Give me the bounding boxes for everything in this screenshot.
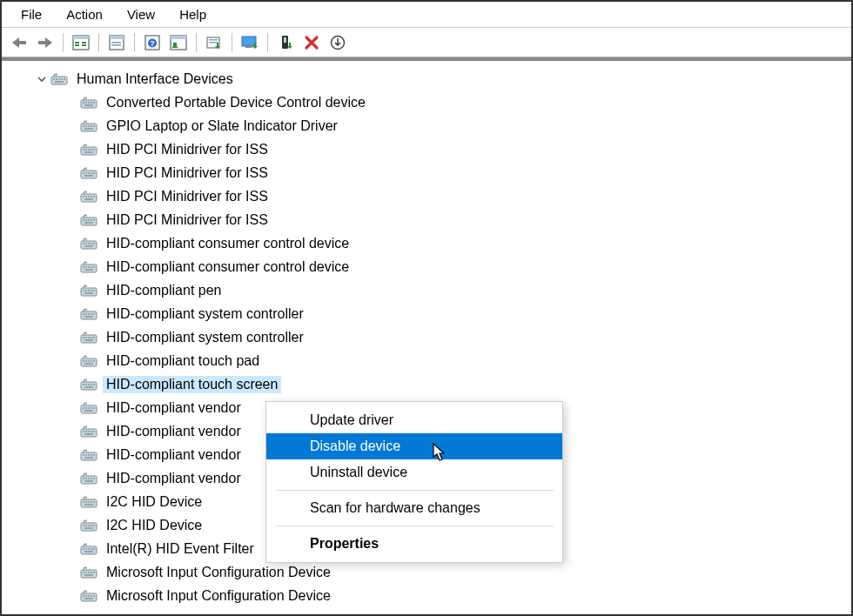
show-hide-tree-button[interactable] bbox=[69, 31, 93, 54]
device-icon bbox=[80, 566, 97, 579]
menu-action[interactable]: Action bbox=[54, 4, 115, 24]
device-icon bbox=[80, 401, 97, 415]
device-row[interactable]: HID-compliant pen bbox=[2, 278, 851, 302]
svg-rect-182 bbox=[88, 595, 90, 597]
device-row[interactable]: HID-compliant consumer control device bbox=[2, 255, 851, 278]
svg-rect-164 bbox=[84, 527, 93, 529]
svg-rect-0 bbox=[18, 41, 26, 44]
device-row[interactable]: HID PCI Minidriver for ISS bbox=[2, 137, 851, 161]
chevron-down-icon[interactable] bbox=[37, 74, 47, 84]
hid-category-icon bbox=[50, 72, 68, 86]
device-icon bbox=[80, 307, 97, 321]
svg-rect-171 bbox=[84, 551, 93, 552]
svg-rect-154 bbox=[88, 501, 90, 503]
svg-rect-86 bbox=[93, 266, 95, 268]
svg-rect-66 bbox=[84, 198, 93, 200]
device-row[interactable]: HID PCI Minidriver for ISS bbox=[2, 161, 851, 184]
svg-rect-46 bbox=[81, 147, 97, 155]
svg-rect-55 bbox=[85, 172, 87, 174]
svg-rect-68 bbox=[83, 219, 84, 221]
tree-category-row[interactable]: Human Interface Devices bbox=[2, 68, 851, 90]
svg-rect-37 bbox=[93, 102, 95, 104]
svg-rect-79 bbox=[93, 243, 95, 244]
device-icon bbox=[80, 237, 97, 251]
device-label: HID PCI Minidriver for ISS bbox=[103, 141, 272, 158]
svg-rect-167 bbox=[85, 548, 87, 550]
device-label: HID-compliant vendor bbox=[103, 423, 245, 440]
svg-rect-64 bbox=[91, 196, 92, 198]
svg-rect-145 bbox=[83, 478, 84, 479]
svg-rect-158 bbox=[81, 523, 97, 531]
context-menu-item[interactable]: Scan for hardware changes bbox=[266, 495, 562, 521]
svg-rect-142 bbox=[93, 454, 95, 456]
svg-rect-7 bbox=[82, 44, 86, 46]
svg-rect-6 bbox=[75, 44, 79, 46]
scan-hardware-button[interactable] bbox=[326, 31, 350, 54]
toolbar-separator bbox=[232, 33, 232, 52]
action-center-button[interactable] bbox=[166, 31, 191, 54]
svg-rect-58 bbox=[93, 172, 95, 174]
svg-rect-53 bbox=[81, 171, 97, 178]
svg-rect-18 bbox=[209, 39, 218, 41]
device-row[interactable]: HID-compliant system controller bbox=[2, 302, 851, 325]
device-label: HID-compliant system controller bbox=[103, 305, 307, 323]
svg-rect-150 bbox=[84, 480, 93, 482]
svg-rect-134 bbox=[91, 431, 92, 432]
device-icon bbox=[80, 166, 97, 180]
svg-rect-43 bbox=[91, 125, 92, 127]
svg-rect-49 bbox=[88, 149, 90, 151]
svg-rect-65 bbox=[93, 196, 95, 198]
svg-rect-148 bbox=[91, 478, 92, 479]
enable-device-button[interactable] bbox=[238, 31, 262, 54]
svg-rect-107 bbox=[93, 337, 95, 338]
svg-rect-61 bbox=[83, 196, 84, 198]
svg-rect-179 bbox=[81, 593, 97, 601]
svg-rect-84 bbox=[88, 266, 90, 268]
context-menu-item[interactable]: Uninstall device bbox=[266, 459, 562, 485]
device-row[interactable]: Microsoft Input Configuration Device bbox=[2, 560, 851, 584]
device-row[interactable]: Microsoft Input Configuration Device bbox=[2, 584, 851, 607]
context-menu-item[interactable]: Update driver bbox=[266, 407, 562, 433]
disable-device-button[interactable] bbox=[299, 31, 324, 54]
update-driver-button[interactable] bbox=[202, 31, 226, 54]
svg-rect-40 bbox=[83, 125, 84, 127]
device-row[interactable]: HID PCI Minidriver for ISS bbox=[2, 208, 851, 231]
svg-rect-124 bbox=[83, 407, 84, 409]
device-label: I2C HID Device bbox=[103, 517, 205, 534]
toolbar-separator bbox=[267, 33, 268, 52]
svg-rect-28 bbox=[58, 78, 60, 80]
context-menu-item[interactable]: Properties bbox=[266, 531, 562, 557]
svg-rect-144 bbox=[81, 476, 97, 484]
device-label: HID PCI Minidriver for ISS bbox=[103, 188, 272, 205]
menu-view[interactable]: View bbox=[115, 4, 167, 24]
uninstall-device-button[interactable] bbox=[273, 31, 298, 54]
device-row[interactable]: HID-compliant touch screen bbox=[2, 372, 851, 396]
device-row[interactable]: HID-compliant consumer control device bbox=[2, 231, 851, 255]
forward-button[interactable] bbox=[33, 31, 57, 54]
device-row[interactable]: HID PCI Minidriver for ISS bbox=[2, 184, 851, 208]
svg-rect-35 bbox=[88, 102, 90, 104]
svg-rect-63 bbox=[88, 196, 90, 198]
menu-help[interactable]: Help bbox=[167, 4, 218, 24]
menu-file[interactable]: File bbox=[9, 4, 54, 24]
svg-rect-117 bbox=[83, 384, 84, 385]
svg-rect-85 bbox=[91, 266, 92, 268]
svg-rect-98 bbox=[88, 313, 90, 315]
device-label: HID-compliant touch screen bbox=[103, 376, 281, 393]
svg-rect-31 bbox=[55, 81, 64, 83]
svg-rect-100 bbox=[93, 313, 95, 315]
context-menu-item[interactable]: Disable device bbox=[266, 433, 562, 459]
device-row[interactable]: Converted Portable Device Control device bbox=[2, 90, 851, 114]
device-row[interactable]: HID-compliant touch pad bbox=[2, 349, 851, 372]
svg-rect-178 bbox=[84, 574, 93, 576]
svg-rect-146 bbox=[85, 478, 87, 479]
svg-rect-143 bbox=[84, 457, 93, 459]
toolbar: ? bbox=[2, 28, 851, 57]
svg-rect-96 bbox=[83, 313, 84, 315]
properties-button[interactable] bbox=[104, 31, 129, 54]
help-button[interactable]: ? bbox=[140, 31, 165, 54]
back-button[interactable] bbox=[7, 31, 31, 54]
device-row[interactable]: GPIO Laptop or Slate Indicator Driver bbox=[2, 114, 851, 137]
device-row[interactable]: HID-compliant system controller bbox=[2, 325, 851, 349]
svg-rect-174 bbox=[85, 572, 87, 573]
